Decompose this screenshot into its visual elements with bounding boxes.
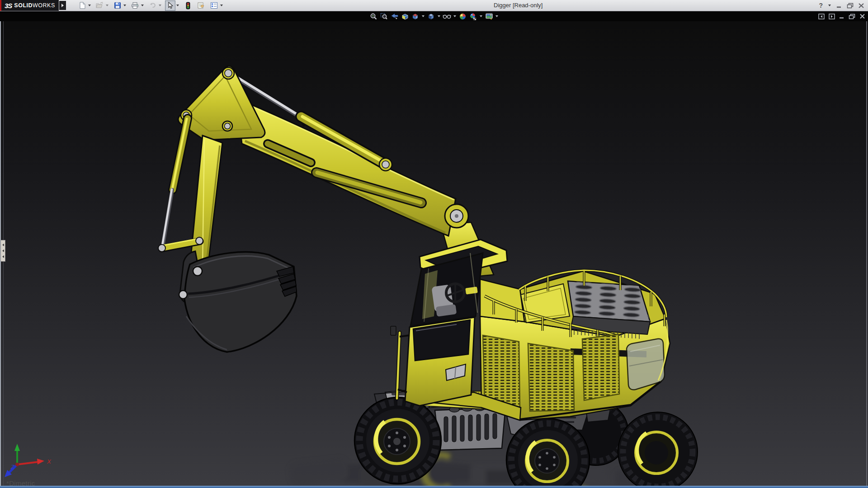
collapse-arrow-icon	[2, 255, 4, 258]
title-bar: 3S SOLIDWORKS	[0, 0, 868, 11]
collapse-arrow-icon	[2, 244, 4, 246]
previous-view-button[interactable]	[390, 12, 399, 21]
open-folder-icon	[96, 2, 104, 9]
minimize-button[interactable]	[836, 3, 842, 8]
rebuild-traffic-light-icon	[186, 2, 190, 9]
elbow-plate	[178, 66, 265, 140]
solidworks-logo: 3S SOLIDWORKS	[0, 0, 59, 11]
previous-view-icon	[391, 13, 399, 20]
options-checklist-icon	[210, 2, 218, 9]
flyout-arrow-icon	[61, 4, 64, 7]
save-dropdown-caret[interactable]	[123, 5, 126, 6]
zoom-to-area-button[interactable]	[379, 12, 389, 21]
options-button[interactable]	[209, 0, 219, 11]
edit-appearance-button[interactable]	[458, 12, 467, 21]
solidworks-window: 3S SOLIDWORKS	[0, 0, 868, 488]
front-left-wheel[interactable]	[354, 397, 441, 484]
logo-red-sliver	[0, 0, 1, 11]
print-icon	[131, 2, 139, 9]
new-document-icon	[79, 2, 86, 9]
select-tool-button[interactable]	[165, 0, 175, 11]
collapse-arrow-icon	[2, 249, 4, 252]
section-view-button[interactable]	[400, 12, 410, 21]
reference-triad: X Z	[2, 433, 65, 483]
bucket[interactable]	[179, 251, 297, 352]
menu-flyout-button[interactable]	[59, 1, 66, 10]
new-dropdown-caret[interactable]	[88, 5, 91, 6]
body[interactable]	[480, 270, 670, 420]
undo-button[interactable]	[147, 0, 158, 11]
edit-appearance-ball-icon	[459, 13, 467, 20]
section-view-icon	[401, 13, 409, 20]
view-orientation-cube-icon	[411, 13, 419, 20]
apply-scene-caret[interactable]	[480, 15, 482, 17]
view-settings-button[interactable]	[484, 12, 494, 21]
apply-scene-icon	[469, 13, 477, 20]
view-settings-caret[interactable]	[495, 15, 498, 17]
display-style-cube-icon	[427, 13, 435, 20]
document-minimize-button[interactable]	[839, 14, 844, 19]
select-cursor-icon	[167, 2, 174, 9]
open-button[interactable]	[94, 0, 105, 11]
view-settings-icon	[485, 13, 493, 20]
hide-show-items-caret[interactable]	[453, 15, 456, 17]
next-document-button[interactable]	[829, 14, 835, 19]
open-dropdown-caret[interactable]	[106, 5, 108, 6]
new-document-button[interactable]	[77, 0, 87, 11]
display-style-caret[interactable]	[438, 15, 440, 17]
heads-up-group	[0, 11, 868, 21]
help-button[interactable]: ?	[819, 2, 823, 9]
apply-scene-button[interactable]	[468, 12, 478, 21]
hide-show-glasses-icon	[443, 13, 451, 19]
featuremanager-splitter-tab[interactable]	[0, 240, 5, 262]
view-orientation-button[interactable]	[410, 12, 420, 21]
file-properties-button[interactable]	[196, 0, 206, 11]
boom-assembly[interactable]	[158, 66, 494, 278]
excavator-model[interactable]	[0, 21, 868, 486]
titlebar-window-controls: ?	[819, 0, 864, 11]
logo-3s-mark: 3S	[5, 2, 12, 9]
options-dropdown-caret[interactable]	[220, 5, 223, 6]
triad-x-label: X	[47, 458, 52, 465]
zoom-to-fit-button[interactable]	[369, 12, 378, 21]
document-window-controls	[818, 11, 865, 21]
file-properties-icon	[197, 2, 205, 9]
rebuild-button[interactable]	[183, 0, 193, 11]
undo-arrow-icon	[149, 2, 156, 9]
select-dropdown-caret[interactable]	[176, 5, 179, 6]
restore-button[interactable]	[847, 3, 854, 9]
save-floppy-icon	[114, 2, 121, 9]
standard-toolbar	[77, 0, 226, 11]
zoom-to-area-icon	[380, 13, 388, 20]
help-dropdown-caret[interactable]	[828, 5, 831, 6]
triad-z-label: Z	[10, 464, 15, 470]
zoom-to-fit-icon	[370, 13, 377, 20]
save-button[interactable]	[112, 0, 123, 11]
undo-dropdown-caret[interactable]	[159, 5, 161, 6]
hide-show-items-button[interactable]	[442, 12, 452, 21]
brand-name: SOLIDWORKS	[14, 2, 55, 9]
view-orientation-caret[interactable]	[422, 15, 425, 17]
print-dropdown-caret[interactable]	[141, 5, 144, 6]
status-bar-strip	[0, 486, 868, 488]
print-button[interactable]	[130, 0, 140, 11]
heads-up-toolbar	[0, 11, 868, 21]
document-restore-button[interactable]	[849, 14, 855, 19]
previous-document-button[interactable]	[818, 14, 825, 19]
display-style-button[interactable]	[426, 12, 436, 21]
viewport-right-border	[866, 21, 867, 486]
window-title: Digger [Read-only]	[494, 2, 542, 9]
close-button[interactable]	[858, 3, 864, 9]
document-close-button[interactable]	[859, 14, 865, 19]
